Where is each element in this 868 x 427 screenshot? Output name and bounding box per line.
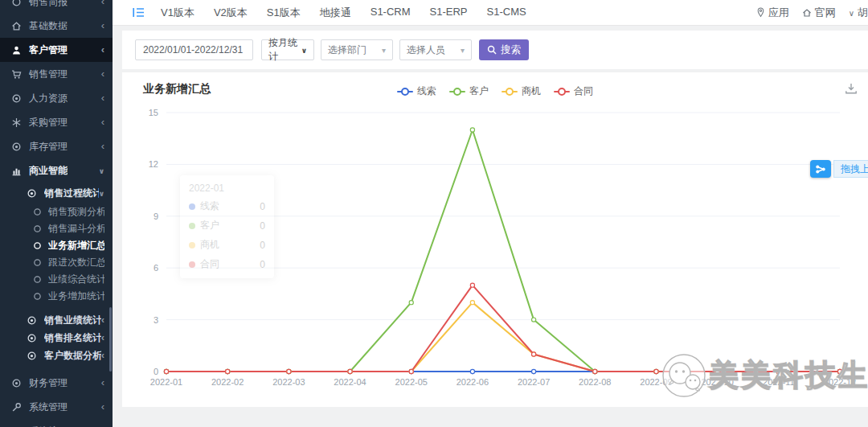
svg-text:2022-11: 2022-11 [763,377,795,387]
circle-dot-icon [27,333,37,343]
sidebar-item-sales-ranking-stats[interactable]: 销售排名统计 [0,329,113,347]
tab-s1[interactable]: S1版本 [267,6,301,20]
sidebar-item-sales-brief[interactable]: 销售简报 [0,0,113,14]
svg-text:2022-06: 2022-06 [457,377,489,387]
chevron-left-icon [101,92,104,104]
sidebar-item-label: 库存管理 [29,140,68,154]
svg-text:9: 9 [154,211,158,221]
legend-item[interactable]: 商机 [502,84,541,98]
drag-upload-widget: 拖拽上传 [810,160,868,178]
drag-upload-label[interactable]: 拖拽上传 [833,160,868,178]
svg-text:2022-02: 2022-02 [211,377,244,387]
sidebar-item-sales-mgmt[interactable]: 销售管理 [0,62,113,86]
sidebar-item-purchasing[interactable]: 采购管理 [0,110,113,134]
search-icon [487,45,497,55]
legend-label: 线索 [417,84,436,98]
topbar: V1版本 V2版本 S1版本 地接通 S1-CRM S1-ERP S1-CMS … [113,0,868,26]
tab-v1[interactable]: V1版本 [161,6,194,20]
sidebar-item-sales-process-stats[interactable]: 销售过程统计 [0,183,113,203]
site-label: 官网 [815,6,836,20]
date-range-input[interactable] [135,39,253,60]
chevron-left-icon [101,350,104,361]
department-select-value: 选择部门 [328,43,366,57]
app-label: 应用 [768,6,789,20]
legend-item[interactable]: 线索 [397,84,436,98]
legend-item[interactable]: 合同 [554,84,593,98]
sidebar-item-hr[interactable]: 人力资源 [0,86,113,110]
sidebar-item-label: 销售漏斗分析 [48,222,104,236]
official-site-item[interactable]: 官网 [802,6,836,20]
sidebar-item-label: 客户数据分析 [44,349,101,363]
chevron-down-icon [849,6,854,18]
share-nodes-icon[interactable] [810,160,831,178]
tab-s1-crm[interactable]: S1-CRM [371,6,411,20]
chevron-down-icon [382,44,386,55]
circle-icon [33,275,42,284]
chevron-left-icon [101,20,104,31]
user-menu[interactable]: 胡 [849,6,868,20]
sidebar-item-new-business-summary[interactable]: 业务新增汇总 [0,237,113,254]
circle-icon [33,292,42,301]
sidebar-item-label: 销售简报 [29,0,68,9]
svg-text:2022-05: 2022-05 [395,377,428,387]
circle-icon [33,207,42,216]
svg-text:0: 0 [154,367,158,376]
sidebar-item-bi[interactable]: 商业智能 [0,158,113,183]
chevron-left-icon [101,68,104,80]
home-icon [11,21,22,31]
period-select-value: 按月统计 [268,36,301,64]
tab-v2[interactable]: V2版本 [214,6,248,20]
sidebar-item-finance[interactable]: 财务管理 [0,371,113,395]
svg-text:2022-10: 2022-10 [701,377,733,387]
chevron-down-icon [99,165,104,176]
legend-label: 合同 [574,84,593,98]
sidebar-item-performance-summary[interactable]: 业绩综合统计 [0,271,113,288]
period-select[interactable]: 按月统计 [261,39,314,60]
chevron-left-icon [101,332,104,343]
sidebar-item-business-increase[interactable]: 业务增加统计 [0,288,113,305]
legend-marker-icon [449,88,465,96]
sidebar-scrollbar[interactable] [109,307,112,372]
tab-dijietong[interactable]: 地接通 [320,6,351,20]
sidebar-item-sales-performance-stats[interactable]: 销售业绩统计 [0,311,113,329]
pin-icon [756,7,765,18]
search-button[interactable]: 搜索 [479,39,529,60]
download-icon[interactable] [845,83,858,98]
circle-dot-icon [11,142,22,152]
menu-toggle-icon[interactable] [133,7,145,18]
person-select[interactable]: 选择人员 [399,39,472,60]
sidebar-item-inventory[interactable]: 库存管理 [0,134,113,158]
chevron-left-icon [101,314,104,326]
svg-text:3: 3 [154,315,158,325]
svg-text:12: 12 [149,159,158,169]
svg-text:2022-03: 2022-03 [272,377,305,387]
user-icon [11,45,22,55]
tab-s1-erp[interactable]: S1-ERP [430,6,468,20]
chart-title: 业务新增汇总 [143,82,211,96]
sidebar-item-label: 采购管理 [29,116,68,129]
chevron-left-icon [101,141,104,152]
circle-dot-icon [11,93,22,104]
app-menu-item[interactable]: 应用 [756,6,789,20]
sidebar-item-label: 销售管理 [29,68,68,81]
legend-marker-icon [397,88,413,96]
sidebar-item-sales-forecast[interactable]: 销售预测分析 [0,203,113,220]
legend-marker-icon [554,88,570,96]
sidebar-item-customer-mgmt[interactable]: 客户管理 [0,38,113,62]
circle-dot-icon [27,315,37,326]
sidebar-item-sales-funnel[interactable]: 销售漏斗分析 [0,220,113,237]
chevron-left-icon [101,117,104,128]
sidebar-item-basic-data[interactable]: 基础数据 [0,14,113,38]
department-select[interactable]: 选择部门 [321,39,393,60]
sidebar-item-system-mgmt[interactable]: 系统管理 [0,395,113,419]
sidebar-item-followup-count[interactable]: 跟进次数汇总 [0,254,113,271]
sidebar-item-customer-data-analysis[interactable]: 客户数据分析 [0,347,113,364]
legend-marker-icon [502,88,518,96]
sidebar-item-system-extension[interactable]: 系统扩展 [0,419,113,427]
sidebar-item-label: 跟进次数汇总 [48,256,104,269]
svg-text:2022-09: 2022-09 [640,377,672,387]
legend-item[interactable]: 客户 [449,84,489,98]
circle-dot-icon [27,351,37,361]
tab-s1-cms[interactable]: S1-CMS [487,6,526,20]
sidebar: 销售简报 基础数据 客户管理 销售管理 人力资源 采购管理 [0,0,113,427]
